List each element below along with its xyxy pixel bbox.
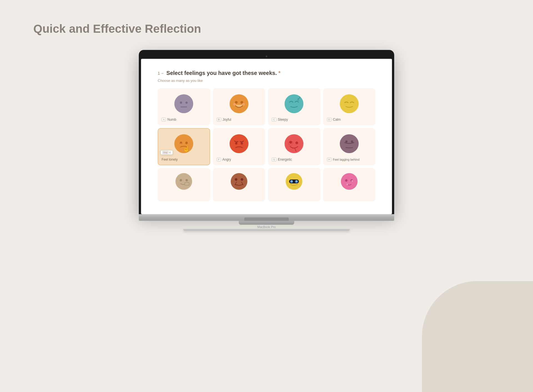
feeling-label-row-joyful: B Joyful (217, 118, 262, 122)
required-star: * (278, 70, 281, 76)
feeling-card-energetic[interactable]: G Energetic (268, 128, 320, 165)
feeling-card-feel-lagging[interactable]: H Feel lagging behind (323, 128, 376, 165)
feeling-label-row-angry: F Angry (217, 158, 262, 161)
svg-point-27 (175, 173, 192, 190)
macbook-frame: 1→ Select feelings you have got these we… (139, 50, 394, 214)
feeling-card-l[interactable] (323, 168, 376, 201)
svg-point-17 (230, 134, 248, 153)
svg-point-15 (185, 142, 188, 144)
svg-point-31 (231, 173, 247, 190)
svg-point-43 (346, 184, 348, 185)
svg-point-4 (230, 94, 248, 113)
feeling-name-numb: Numb (167, 118, 176, 122)
feeling-key-numb: A (162, 118, 166, 122)
svg-point-9 (285, 94, 303, 113)
feeling-card-angry[interactable]: F Angry (213, 128, 265, 165)
key-tooltip-feel-lonely: Key E (160, 150, 173, 155)
feeling-emoji-l (341, 173, 358, 192)
feeling-key-calm: D (327, 118, 332, 122)
feeling-name-sleepy: Sleepy (278, 118, 288, 122)
feeling-emoji-calm (340, 94, 359, 115)
svg-point-8 (242, 103, 245, 106)
feeling-name-calm: Calm (333, 118, 341, 122)
macbook-notch (244, 218, 289, 221)
feelings-grid: A Numb (158, 88, 375, 201)
macbook-base (139, 214, 394, 221)
svg-point-0 (174, 94, 193, 113)
svg-point-29 (185, 179, 188, 181)
feeling-label-row-energetic: G Energetic (272, 158, 316, 161)
feeling-key-energetic: G (272, 158, 276, 161)
choose-hint: Choose as many as you like (158, 79, 375, 83)
svg-point-44 (351, 180, 353, 182)
macbook-screen: 1→ Select feelings you have got these we… (141, 59, 392, 214)
svg-point-41 (345, 179, 348, 182)
svg-point-39 (296, 181, 297, 182)
feeling-emoji-energetic (285, 134, 303, 155)
svg-point-25 (345, 140, 348, 143)
feeling-emoji-k (286, 173, 302, 192)
feeling-card-sleepy[interactable]: z z C Sleepy (268, 88, 320, 125)
feeling-emoji-joyful (230, 94, 248, 115)
feeling-name-angry: Angry (222, 158, 231, 161)
feeling-key-sleepy: C (272, 118, 276, 122)
feeling-emoji-sleepy: z z (285, 94, 303, 115)
svg-point-7 (233, 103, 236, 106)
page-title: Quick and Effective Reflection (33, 22, 201, 36)
feeling-label-row-numb: A Numb (162, 118, 206, 122)
svg-point-28 (180, 179, 182, 181)
svg-rect-30 (185, 183, 189, 186)
svg-point-1 (180, 102, 182, 104)
feeling-label-row-calm: D Calm (327, 118, 372, 122)
svg-point-38 (291, 181, 293, 182)
feeling-label-row-feel-lagging: H Feel lagging behind (327, 158, 372, 161)
feeling-card-calm[interactable]: D Calm (323, 88, 376, 125)
feeling-name-joyful: Joyful (223, 118, 231, 122)
svg-point-22 (295, 141, 298, 144)
svg-point-16 (180, 143, 182, 144)
svg-point-26 (351, 140, 353, 143)
feeling-card-joyful[interactable]: B Joyful (213, 88, 265, 125)
feeling-emoji-j (231, 173, 247, 192)
feeling-card-k[interactable] (268, 168, 320, 201)
feeling-name-feel-lagging: Feel lagging behind (333, 158, 359, 161)
feeling-card-feel-lonely[interactable]: Feel lonely Key E ☝️ (158, 128, 210, 165)
question-text: Select feelings you have got these weeks… (166, 70, 280, 76)
feeling-emoji-feel-lagging (340, 134, 359, 155)
feeling-key-feel-lagging: H (327, 158, 332, 161)
svg-point-19 (241, 142, 243, 145)
svg-point-12 (340, 94, 359, 113)
svg-point-40 (341, 173, 358, 190)
camera-dot (266, 55, 267, 57)
svg-rect-3 (180, 107, 187, 107)
feeling-emoji-numb (174, 94, 193, 115)
feeling-emoji-feel-lonely (174, 134, 193, 155)
svg-point-32 (235, 178, 237, 181)
feeling-card-numb[interactable]: A Numb (158, 88, 210, 125)
svg-point-2 (185, 102, 188, 104)
feeling-key-angry: F (217, 158, 221, 161)
feeling-key-joyful: B (217, 118, 221, 122)
macbook-foot (183, 229, 350, 231)
macbook-camera (141, 52, 392, 59)
feeling-emoji-angry (230, 134, 248, 155)
feeling-name-energetic: Energetic (278, 158, 292, 161)
feeling-label-row-sleepy: C Sleepy (272, 118, 316, 122)
macbook-stand (239, 221, 294, 225)
macbook-container: 1→ Select feelings you have got these we… (139, 50, 394, 231)
feeling-emoji-i (175, 173, 192, 192)
feeling-card-j[interactable] (213, 168, 265, 201)
feeling-card-i[interactable] (158, 168, 210, 201)
question-header: 1→ Select feelings you have got these we… (158, 70, 375, 76)
feeling-name-feel-lonely: Feel lonely (162, 158, 178, 161)
bg-curve-right (422, 281, 533, 392)
svg-point-20 (285, 134, 303, 153)
cursor-hand: ☝️ (183, 145, 190, 152)
svg-point-33 (240, 178, 243, 181)
svg-text:z: z (299, 96, 300, 99)
svg-point-18 (235, 142, 237, 145)
macbook-label: MacBook Pro (139, 225, 394, 229)
question-number: 1→ (158, 71, 164, 75)
feeling-label-row-feel-lonely: Feel lonely (162, 158, 206, 161)
